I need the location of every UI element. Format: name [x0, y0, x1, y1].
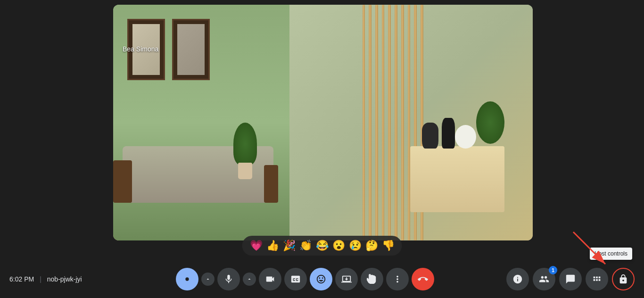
camera-icon — [182, 274, 192, 284]
emoji-heart[interactable]: 💗 — [250, 240, 263, 252]
toolbar: 6:02 PM | nob-pjwk-jyi — [0, 260, 644, 298]
end-call-button[interactable] — [412, 268, 434, 290]
chat-icon — [565, 274, 576, 284]
lock-icon — [618, 274, 628, 284]
more-options-button[interactable] — [386, 268, 409, 290]
end-call-icon — [418, 274, 428, 284]
chat-button[interactable] — [559, 268, 582, 290]
info-button[interactable] — [506, 268, 529, 290]
emoji-thinking[interactable]: 🤔 — [365, 240, 378, 252]
emoji-wow[interactable]: 😮 — [332, 240, 345, 252]
raise-hand-button[interactable] — [361, 268, 383, 290]
mic-chevron-button[interactable] — [201, 273, 215, 286]
camera-button[interactable] — [259, 268, 281, 290]
activities-button[interactable] — [586, 268, 608, 290]
toolbar-center — [104, 268, 506, 290]
time-display: 6:02 PM — [9, 275, 34, 283]
mic-button[interactable] — [217, 268, 240, 290]
camera-chevron-button[interactable] — [243, 273, 256, 286]
activities-icon — [592, 274, 602, 284]
emoji-clap[interactable]: 👏 — [299, 240, 312, 252]
svg-line-2 — [573, 232, 605, 264]
host-controls-wrapper: Host controls — [612, 268, 635, 290]
toolbar-left: 6:02 PM | nob-pjwk-jyi — [9, 275, 104, 283]
people-icon — [539, 274, 549, 284]
host-controls-tooltip: Host controls — [590, 248, 632, 260]
present-icon — [341, 274, 352, 284]
more-icon — [392, 274, 403, 284]
host-controls-button[interactable] — [612, 268, 635, 290]
svg-point-0 — [185, 277, 189, 281]
camera-on-button[interactable] — [176, 268, 198, 290]
emoji-thumbsup[interactable]: 👍 — [266, 240, 279, 252]
info-icon — [512, 274, 523, 284]
captions-icon — [290, 274, 301, 284]
meeting-code: nob-pjwk-jyi — [47, 275, 82, 283]
emoji-thumbsdown[interactable]: 👎 — [382, 240, 395, 252]
emoji-reaction-bar: 💗 👍 🎉 👏 😂 😮 😢 🤔 👎 — [242, 236, 402, 256]
separator: | — [40, 275, 41, 283]
captions-button[interactable] — [284, 268, 307, 290]
people-badge: 1 — [549, 266, 557, 274]
emoji-confetti[interactable]: 🎉 — [283, 240, 296, 252]
emoji-sad[interactable]: 😢 — [349, 240, 362, 252]
video-feed — [113, 5, 533, 240]
videocam-icon — [265, 274, 275, 284]
people-button[interactable]: 1 — [533, 268, 555, 290]
emoji-laugh[interactable]: 😂 — [316, 240, 329, 252]
participant-name: Bea Simona — [123, 45, 158, 53]
chevron-up-icon2 — [247, 276, 252, 282]
chevron-up-icon — [205, 276, 211, 282]
present-button[interactable] — [335, 268, 358, 290]
raise-hand-icon — [367, 274, 377, 284]
emoji-icon — [316, 274, 326, 284]
mic-icon — [223, 274, 234, 284]
emoji-button[interactable] — [310, 268, 332, 290]
toolbar-right: 1 Host controls — [506, 268, 635, 290]
